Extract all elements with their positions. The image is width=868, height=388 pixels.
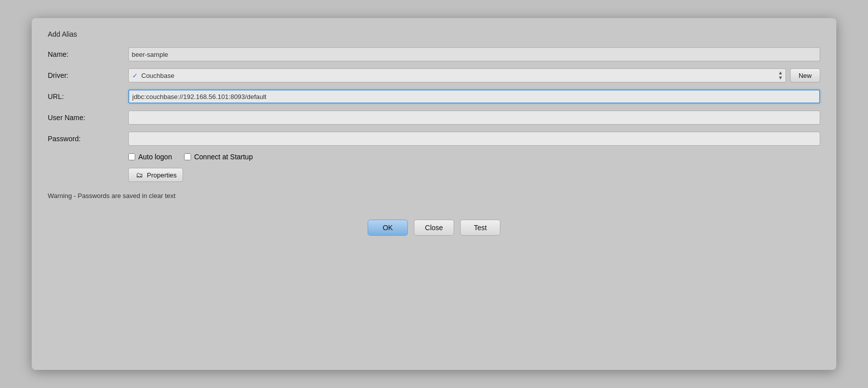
add-alias-dialog: Add Alias Name: Driver: ✓ Couchbase ▲▼ N… [32, 18, 836, 370]
name-input[interactable] [128, 47, 820, 61]
checkboxes-row: Auto logon Connect at Startup [128, 153, 820, 161]
warning-text: Warning - Passwords are saved in clear t… [48, 192, 820, 200]
name-row: Name: [48, 47, 820, 61]
username-input[interactable] [128, 111, 820, 125]
username-label: User Name: [48, 114, 128, 122]
test-button[interactable]: Test [460, 220, 500, 236]
password-label: Password: [48, 135, 128, 143]
username-control-area [128, 111, 820, 125]
driver-control-area: ✓ Couchbase ▲▼ New [128, 68, 820, 82]
new-button[interactable]: New [790, 68, 820, 82]
url-control-area [128, 89, 820, 104]
driver-label: Driver: [48, 71, 128, 79]
connect-at-startup-checkbox-label[interactable]: Connect at Startup [184, 153, 253, 161]
auto-logon-checkbox-label[interactable]: Auto logon [128, 153, 172, 161]
url-input[interactable] [128, 89, 820, 104]
auto-logon-checkbox[interactable] [128, 153, 135, 160]
password-control-area [128, 132, 820, 146]
name-label: Name: [48, 50, 128, 58]
username-row: User Name: [48, 111, 820, 125]
driver-row: Driver: ✓ Couchbase ▲▼ New [48, 68, 820, 82]
url-label: URL: [48, 92, 128, 101]
dialog-title: Add Alias [48, 30, 820, 38]
ok-button[interactable]: OK [368, 220, 408, 236]
close-button[interactable]: Close [414, 220, 454, 236]
connect-at-startup-label: Connect at Startup [194, 153, 253, 161]
name-control-area [128, 47, 820, 61]
driver-select-wrapper: ✓ Couchbase ▲▼ [128, 68, 786, 82]
properties-button[interactable]: 🗂 Properties [128, 168, 183, 182]
url-row: URL: [48, 89, 820, 104]
properties-button-label: Properties [147, 171, 177, 179]
properties-row: 🗂 Properties [128, 168, 820, 182]
connect-at-startup-checkbox[interactable] [184, 153, 191, 160]
auto-logon-label: Auto logon [138, 153, 172, 161]
properties-icon: 🗂 [135, 171, 144, 179]
password-row: Password: [48, 132, 820, 146]
button-row: OK Close Test [48, 220, 820, 236]
driver-select-box[interactable] [128, 68, 786, 82]
password-input[interactable] [128, 132, 820, 146]
